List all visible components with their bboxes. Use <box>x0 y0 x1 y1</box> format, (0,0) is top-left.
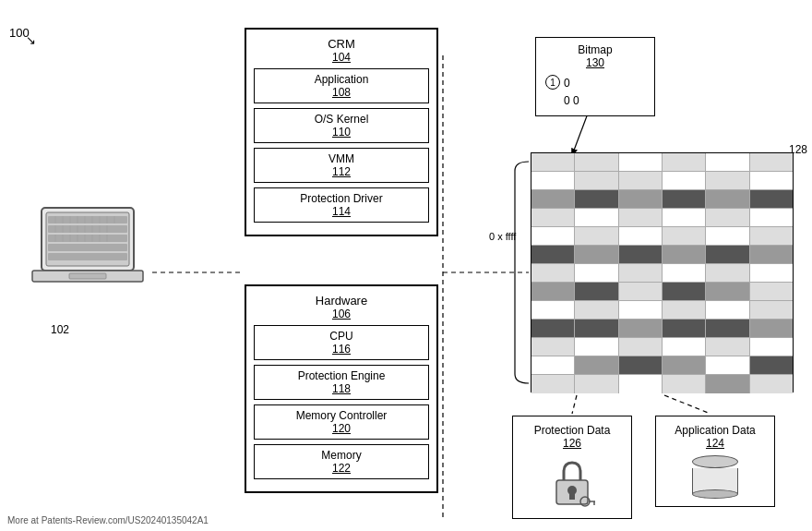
mem-ctrl-label: Memory Controller <box>260 409 423 422</box>
prot-engine-box: Protection Engine 118 <box>254 365 429 400</box>
memory-label: Memory <box>260 449 423 462</box>
prot-data-num: 126 <box>520 437 624 450</box>
bitmap-zeros: 00 0 <box>564 75 579 110</box>
lock-icon <box>549 457 595 508</box>
memory-num: 122 <box>260 462 423 475</box>
os-label: O/S Kernel <box>260 113 423 126</box>
crm-box: CRM 104 Application 108 O/S Kernel 110 V… <box>245 28 438 236</box>
laptop-illustration <box>28 203 148 305</box>
memory-grid <box>531 152 794 392</box>
app-data-num: 124 <box>663 437 767 450</box>
prot-driver-label: Protection Driver <box>260 192 423 205</box>
svg-rect-11 <box>48 235 127 242</box>
svg-rect-10 <box>48 225 127 233</box>
hw-num: 106 <box>254 308 429 320</box>
crm-num: 104 <box>254 51 429 64</box>
application-box: Application 108 <box>254 68 429 103</box>
svg-line-4 <box>572 395 577 414</box>
hw-label: Hardware <box>254 294 429 308</box>
app-data-title: Application Data <box>663 424 767 437</box>
arrow-100-line: ↘ <box>26 33 36 47</box>
svg-rect-9 <box>48 216 127 223</box>
mem-ctrl-box: Memory Controller 120 <box>254 404 429 440</box>
cpu-label: CPU <box>260 330 423 343</box>
vmm-num: 112 <box>260 165 423 178</box>
bitmap-label: Bitmap <box>545 43 645 56</box>
app-label: Application <box>260 73 423 86</box>
hw-box: Hardware 106 CPU 116 Protection Engine 1… <box>245 284 438 493</box>
bitmap-circle: 1 <box>545 75 560 90</box>
svg-rect-12 <box>48 244 127 251</box>
cylinder-icon <box>663 455 767 499</box>
mem-ctrl-num: 120 <box>260 422 423 435</box>
cpu-num: 116 <box>260 343 423 356</box>
svg-rect-40 <box>69 273 106 279</box>
crm-label: CRM <box>254 37 429 51</box>
prot-data-title: Protection Data <box>520 424 624 437</box>
bitmap-box: Bitmap 130 1 00 0 <box>535 37 655 116</box>
svg-rect-13 <box>48 253 127 260</box>
svg-rect-43 <box>569 492 575 500</box>
app-data-box: Application Data 124 <box>655 416 775 507</box>
prot-engine-num: 118 <box>260 382 423 395</box>
vmm-box: VMM 112 <box>254 148 429 183</box>
memory-box: Memory 122 <box>254 444 429 479</box>
bitmap-num: 130 <box>545 56 645 69</box>
svg-line-5 <box>664 395 710 414</box>
diagram: 100 ↘ <box>0 0 812 531</box>
addr-label: 0 x ffff <box>489 231 516 242</box>
bitmap-title-block: Bitmap 130 <box>545 43 645 69</box>
vmm-label: VMM <box>260 152 423 165</box>
prot-driver-num: 114 <box>260 205 423 218</box>
crm-title-block: CRM 104 <box>254 37 429 64</box>
prot-engine-label: Protection Engine <box>260 369 423 382</box>
os-num: 110 <box>260 126 423 139</box>
app-num: 108 <box>260 86 423 99</box>
bitmap-content: 1 00 0 <box>545 75 645 110</box>
prot-driver-box: Protection Driver 114 <box>254 187 429 223</box>
hw-title-block: Hardware 106 <box>254 294 429 320</box>
footer-text: More at Patents-Review.com/US20240135042… <box>7 515 209 525</box>
ref-102: 102 <box>51 323 69 336</box>
cpu-box: CPU 116 <box>254 325 429 360</box>
os-box: O/S Kernel 110 <box>254 108 429 143</box>
prot-data-box: Protection Data 126 <box>512 416 632 519</box>
